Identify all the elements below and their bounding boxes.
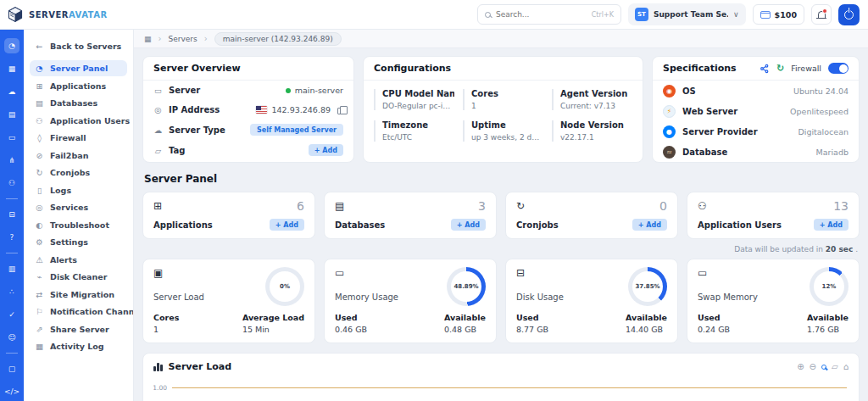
search-icon [485,12,491,18]
sidebar-item-label: Site Migration [50,290,114,299]
config-value: up 3 weeks, 2 days, 8 hours, ... [471,133,543,142]
stat-card-application-users[interactable]: ⚇13 Application Users+ Add [687,192,860,239]
database-icon[interactable]: ▤ [4,107,19,122]
donut-percent: 0% [265,267,304,306]
refresh-icon[interactable]: ↻ [776,64,784,73]
search-input[interactable] [496,10,587,19]
stat-card-applications[interactable]: ⊞6 Applications+ Add [142,192,315,239]
stat-card-databases[interactable]: ▤3 Databases+ Add [324,192,497,239]
notifications-button[interactable] [811,4,832,25]
sidebar-item-disk-cleaner[interactable]: ⌁ Disk Cleaner [30,269,127,285]
top-header: SERVERAVATAR Ctrl+K ST Support Team Se..… [0,0,868,30]
sidebar-item-activity-log[interactable]: ▦ Activity Log [30,338,127,354]
load-series-line [172,387,847,388]
code-icon[interactable]: </> [4,384,19,399]
cube-logo-icon [7,6,24,23]
metric-sub-value: 15 Min [242,325,304,334]
sidebar-item-server-panel[interactable]: ◔ Server Panel [30,60,127,76]
spec-webserver-row: ⚡ Web Server Openlitespeed [653,101,859,121]
databases-icon: ▤ [35,98,44,108]
copy-icon[interactable] [337,108,343,114]
zoom-out-icon[interactable]: ⊖ [810,363,816,371]
chart-plot-area[interactable]: 1.00 [143,376,859,392]
user-menu[interactable]: ST Support Team Se... ∨ [628,3,746,25]
sidebar-item-logs[interactable]: ▯ Logs [30,182,127,198]
disk-usage-donut: 37.85% [628,267,667,306]
apps-icon[interactable]: ▦ [4,61,19,76]
swap-memory-donut: 12% [810,267,849,306]
nodes-icon[interactable]: ∴ [4,284,19,299]
pan-icon[interactable]: ▱ [832,363,838,371]
stat-label: Databases [335,220,385,230]
sidebar-item-application-users[interactable]: ⚇ Application Users [30,113,127,129]
sidebar-item-notification-channels[interactable]: ⚐ Notification Channels [30,304,127,320]
sidebar-item-label: Fail2ban [50,151,88,160]
chart-icon [153,363,163,371]
spec-value: Digitalocean [798,127,849,136]
add-application-button[interactable]: + Add [270,219,304,231]
stat-card-cronjobs[interactable]: ↻0 Cronjobs+ Add [505,192,678,239]
sidebar-back-to-servers[interactable]: ← Back to Servers [30,38,127,54]
box-icon[interactable]: ▢ [4,361,19,376]
overview-tag-row: ▱Tag + Add [143,140,353,160]
cloud-icon[interactable]: ☁ [4,84,19,99]
server-type-badge: Self Managed Server [250,124,343,136]
analytics-icon[interactable]: ▥ [4,261,19,276]
sidebar-item-applications[interactable]: ⊞ Applications [30,78,127,94]
metric-card-server-load: ▣Server Load 0% Cores1 Average Load15 Mi… [142,259,315,343]
notification-channels-icon: ⚐ [35,307,44,316]
us-flag-icon [256,106,267,114]
metric-label: Swap Memory [698,292,758,302]
balance-button[interactable]: $100 [753,4,804,25]
spec-label: Server Provider [682,127,758,136]
add-cronjob-button[interactable]: + Add [632,219,667,231]
stat-count: 0 [659,199,667,213]
spec-provider-row: ● Server Provider Digitalocean [653,121,859,142]
sidebar-item-fail2ban[interactable]: ⊘ Fail2ban [30,148,127,164]
update-notice: Data will be updated in 20 sec . [144,245,858,253]
panel-grid-icon[interactable]: ▦ [144,35,152,43]
breadcrumb: ▦ › Servers › main-server (142.93.246.89… [134,30,868,48]
metric-sub-value: 14.40 GB [626,325,667,334]
zoom-in-icon[interactable]: ⊕ [797,363,804,371]
sidebar-item-services[interactable]: ◎ Services [30,199,127,215]
power-button[interactable] [838,4,860,25]
sidebar-item-troubleshoot[interactable]: ◐ Troubleshoot [30,217,127,233]
config-label: Timezone [382,120,454,130]
add-database-button[interactable]: + Add [451,219,486,231]
billing-icon[interactable]: ⊟ [4,207,19,222]
brand-logo[interactable]: SERVERAVATAR [7,6,108,23]
site-migration-icon: ⇄ [35,290,44,299]
sidebar-item-settings[interactable]: ⚙ Settings [30,234,127,250]
status-dot [286,88,291,93]
add-tag-button[interactable]: + Add [309,144,343,156]
help-icon[interactable]: ? [4,230,19,245]
breadcrumb-current-server[interactable]: main-server (142.93.246.89) [214,32,342,46]
sidebar-item-databases[interactable]: ▤ Databases [30,95,127,111]
config-label: Node Version [560,120,632,130]
network-icon[interactable]: ⋔ [4,153,19,168]
selection-zoom-icon[interactable] [821,365,826,370]
reset-zoom-icon[interactable]: ⌂ [843,363,849,371]
app-users-icon: ⚇ [698,200,707,212]
breadcrumb-servers[interactable]: Servers [169,35,198,43]
add-application-user-button[interactable]: + Add [814,219,849,231]
sidebar-item-firewall[interactable]: ◊ Firewall [30,130,127,146]
sidebar-item-cronjobs[interactable]: ↻ Cronjobs [30,164,127,181]
ubuntu-logo-icon: ◉ [663,85,676,97]
sidebar-item-site-migration[interactable]: ⇄ Site Migration [30,287,127,303]
search-box[interactable]: Ctrl+K [477,4,621,25]
team-icon[interactable]: ⚇ [4,175,19,191]
sidebar-item-label: Cronjobs [50,168,90,177]
share-icon[interactable] [760,64,770,74]
support-icon[interactable]: ☺ [4,330,19,345]
config-label: Uptime [471,120,543,130]
gauge-icon[interactable]: ◔ [4,38,19,53]
sidebar-item-label: Back to Servers [50,42,121,51]
mariadb-logo-icon: ≈ [663,146,676,159]
sidebar-item-share-server[interactable]: ⇗ Share Server [30,321,127,337]
check-icon[interactable]: ✓ [4,307,19,322]
server-icon[interactable]: ▭ [4,130,19,145]
sidebar-item-alerts[interactable]: ⚠ Alerts [30,252,127,268]
firewall-toggle[interactable] [828,63,849,74]
